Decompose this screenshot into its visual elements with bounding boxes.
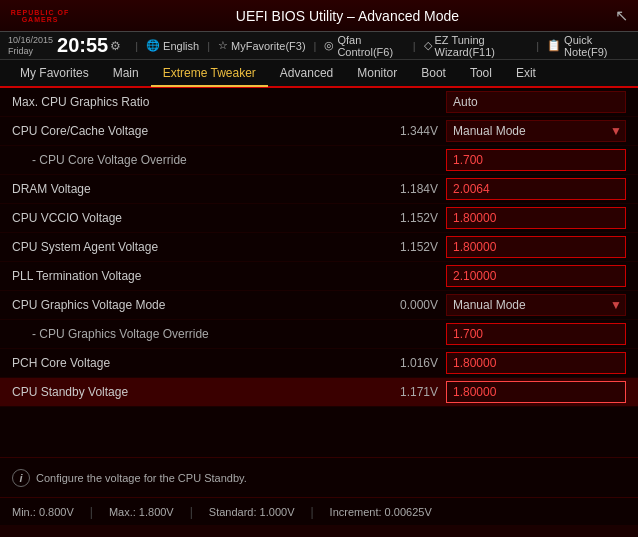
status-bar: i Configure the voltage for the CPU Stan… <box>0 457 638 497</box>
row-label: CPU System Agent Voltage <box>12 240 388 254</box>
tab-monitor[interactable]: Monitor <box>345 60 409 86</box>
footer-divider2: | <box>190 505 193 519</box>
myfavorite-label: MyFavorite(F3) <box>231 40 306 52</box>
dropdown-wrapper: Manual Mode Auto Offset Mode ▼ <box>446 294 626 316</box>
eztuning-icon: ◇ <box>424 39 432 52</box>
row-label: CPU Standby Voltage <box>12 385 388 399</box>
row-current-value: 1.152V <box>388 240 438 254</box>
language-label: English <box>163 40 199 52</box>
quicknote-button[interactable]: 📋 Quick Note(F9) <box>541 32 630 60</box>
max-label: Max.: 1.800V <box>109 506 174 518</box>
tab-boot[interactable]: Boot <box>409 60 458 86</box>
table-row[interactable]: CPU Graphics Voltage Mode 0.000V Manual … <box>0 291 638 320</box>
qfan-icon: ◎ <box>324 39 334 52</box>
bottom-bar: Min.: 0.800V | Max.: 1.800V | Standard: … <box>0 497 638 525</box>
row-label: PLL Termination Voltage <box>12 269 388 283</box>
increment-label: Increment: 0.00625V <box>330 506 432 518</box>
cpu-core-voltage-override-field[interactable] <box>446 149 626 171</box>
table-row[interactable]: - CPU Core Voltage Override <box>0 146 638 175</box>
toolbar-date: 10/16/2015 Friday <box>8 35 53 57</box>
toolbar-time: 10/16/2015 Friday 20:55 ⚙ <box>8 34 121 57</box>
table-row[interactable]: PCH Core Voltage 1.016V <box>0 349 638 378</box>
row-current-value: 1.152V <box>388 211 438 225</box>
pll-termination-voltage-field[interactable] <box>446 265 626 287</box>
row-label: CPU Graphics Voltage Mode <box>12 298 388 312</box>
max-cpu-graphics-ratio-field[interactable] <box>446 91 626 113</box>
row-label: - CPU Core Voltage Override <box>12 153 388 167</box>
eztuning-label: EZ Tuning Wizard(F11) <box>435 34 529 58</box>
table-row[interactable]: - CPU Graphics Voltage Override <box>0 320 638 349</box>
quicknote-label: Quick Note(F9) <box>564 34 624 58</box>
footer-divider3: | <box>310 505 313 519</box>
row-current-value: 0.000V <box>388 298 438 312</box>
logo-line2: GAMERS <box>22 16 59 23</box>
rog-logo: REPUBLIC OF GAMERS <box>10 4 70 28</box>
language-button[interactable]: 🌐 English <box>140 37 205 54</box>
qfan-label: Qfan Control(F6) <box>337 34 404 58</box>
quicknote-icon: 📋 <box>547 39 561 52</box>
row-label: Max. CPU Graphics Ratio <box>12 95 388 109</box>
row-current-value: 1.184V <box>388 182 438 196</box>
cpu-system-agent-voltage-field[interactable] <box>446 236 626 258</box>
row-label: PCH Core Voltage <box>12 356 388 370</box>
cpu-graphics-voltage-mode-dropdown[interactable]: Manual Mode Auto Offset Mode <box>446 294 626 316</box>
table-row[interactable]: CPU System Agent Voltage 1.152V <box>0 233 638 262</box>
divider1: | <box>135 40 138 52</box>
cpu-graphics-voltage-override-field[interactable] <box>446 323 626 345</box>
table-row[interactable]: PLL Termination Voltage <box>0 262 638 291</box>
divider4: | <box>413 40 416 52</box>
tab-favorites[interactable]: My Favorites <box>8 60 101 86</box>
table-row[interactable]: Max. CPU Graphics Ratio <box>0 88 638 117</box>
info-icon: i <box>12 469 30 487</box>
myfavorite-icon: ☆ <box>218 39 228 52</box>
myfavorite-button[interactable]: ☆ MyFavorite(F3) <box>212 37 312 54</box>
tab-main[interactable]: Main <box>101 60 151 86</box>
tab-tool[interactable]: Tool <box>458 60 504 86</box>
row-current-value: 1.016V <box>388 356 438 370</box>
table-row[interactable]: DRAM Voltage 1.184V <box>0 175 638 204</box>
row-current-value: 1.344V <box>388 124 438 138</box>
table-row[interactable]: CPU Standby Voltage 1.171V <box>0 378 638 407</box>
tab-advanced[interactable]: Advanced <box>268 60 345 86</box>
language-icon: 🌐 <box>146 39 160 52</box>
tab-extreme-tweaker[interactable]: Extreme Tweaker <box>151 61 268 87</box>
row-current-value: 1.171V <box>388 385 438 399</box>
logo-line1: REPUBLIC OF <box>11 9 69 16</box>
nav-tabs: My Favorites Main Extreme Tweaker Advanc… <box>0 60 638 88</box>
row-label: CPU VCCIO Voltage <box>12 211 388 225</box>
table-row[interactable]: CPU VCCIO Voltage 1.152V <box>0 204 638 233</box>
divider3: | <box>314 40 317 52</box>
dropdown-wrapper: Manual Mode Auto Offset Mode ▼ <box>446 120 626 142</box>
settings-icon[interactable]: ⚙ <box>110 39 121 53</box>
qfan-button[interactable]: ◎ Qfan Control(F6) <box>318 32 410 60</box>
cpu-core-cache-voltage-dropdown[interactable]: Manual Mode Auto Offset Mode <box>446 120 626 142</box>
divider5: | <box>536 40 539 52</box>
toolbar: 10/16/2015 Friday 20:55 ⚙ | 🌐 English | … <box>0 32 638 60</box>
standard-label: Standard: 1.000V <box>209 506 295 518</box>
table-row[interactable]: CPU Core/Cache Voltage 1.344V Manual Mod… <box>0 117 638 146</box>
cpu-standby-voltage-field[interactable] <box>446 381 626 403</box>
row-label: - CPU Graphics Voltage Override <box>12 327 388 341</box>
cursor-icon: ↖ <box>615 6 628 25</box>
toolbar-clock: 20:55 <box>57 34 108 57</box>
title-bar: REPUBLIC OF GAMERS UEFI BIOS Utility – A… <box>0 0 638 32</box>
page-title: UEFI BIOS Utility – Advanced Mode <box>80 8 615 24</box>
pch-core-voltage-field[interactable] <box>446 352 626 374</box>
status-message: Configure the voltage for the CPU Standb… <box>36 472 247 484</box>
eztuning-button[interactable]: ◇ EZ Tuning Wizard(F11) <box>418 32 535 60</box>
content-area: Max. CPU Graphics Ratio CPU Core/Cache V… <box>0 88 638 457</box>
tab-exit[interactable]: Exit <box>504 60 548 86</box>
cpu-vccio-voltage-field[interactable] <box>446 207 626 229</box>
footer-divider1: | <box>90 505 93 519</box>
row-label: CPU Core/Cache Voltage <box>12 124 388 138</box>
min-label: Min.: 0.800V <box>12 506 74 518</box>
row-label: DRAM Voltage <box>12 182 388 196</box>
dram-voltage-field[interactable] <box>446 178 626 200</box>
divider2: | <box>207 40 210 52</box>
